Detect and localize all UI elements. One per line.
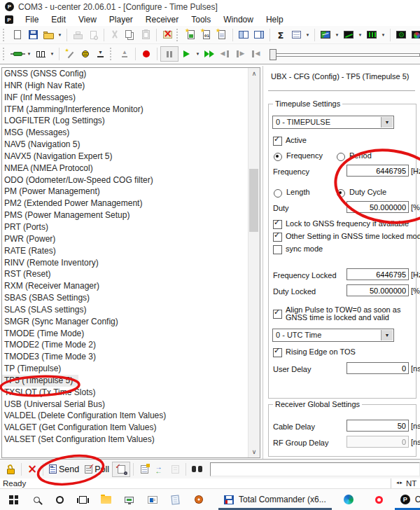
news-app-button[interactable] bbox=[141, 489, 164, 510]
menu-window[interactable]: Window bbox=[217, 14, 260, 25]
jump-start-button[interactable] bbox=[248, 47, 263, 61]
record-button[interactable] bbox=[139, 47, 154, 61]
list-item[interactable]: NAVX5 (Navigation Expert 5) bbox=[2, 151, 260, 163]
chart-view-dropdown[interactable] bbox=[356, 29, 364, 41]
print-button[interactable] bbox=[70, 28, 85, 42]
chart-view-button[interactable] bbox=[341, 28, 356, 42]
debug-button[interactable] bbox=[78, 47, 93, 61]
autobaud-button[interactable] bbox=[62, 47, 78, 61]
list-item[interactable]: RST (Reset) bbox=[2, 268, 260, 280]
find-button[interactable] bbox=[189, 462, 204, 476]
cortana-button[interactable] bbox=[48, 489, 71, 510]
cable-delay-input[interactable]: 50 bbox=[346, 420, 409, 432]
connect-button[interactable] bbox=[10, 47, 25, 61]
send-button[interactable]: Send bbox=[46, 462, 82, 477]
total-commander-taskbar-button[interactable]: Total Commander (x6... bbox=[218, 489, 332, 510]
menu-receiver[interactable]: Receiver bbox=[139, 14, 185, 25]
child-window-icon[interactable]: P bbox=[5, 15, 13, 24]
list-item[interactable]: SMGR (Sync Manager Config) bbox=[2, 316, 260, 328]
scrollbar-thumb[interactable] bbox=[249, 169, 258, 232]
menu-edit[interactable]: Edit bbox=[45, 14, 72, 25]
list-item[interactable]: ODO (Odometer/Low-Speed COG filter) bbox=[2, 174, 260, 186]
monitor-app-button[interactable] bbox=[118, 489, 141, 510]
taskbar-search-button[interactable] bbox=[25, 489, 48, 510]
menu-help[interactable]: Help bbox=[260, 14, 290, 25]
list-item[interactable]: PRT (Ports) bbox=[2, 221, 260, 233]
edge-browser-button[interactable] bbox=[337, 489, 360, 510]
frequency-locked-input[interactable]: 6446795 bbox=[346, 268, 409, 280]
list-item[interactable]: TMODE (Time Mode) bbox=[2, 328, 260, 340]
new-table-view-button[interactable] bbox=[214, 28, 230, 42]
list-item[interactable]: TP (Timepulse) bbox=[2, 363, 260, 375]
split-horizontal-button[interactable] bbox=[236, 28, 251, 42]
command-field[interactable] bbox=[210, 462, 420, 476]
map-view-dropdown[interactable] bbox=[333, 29, 341, 41]
deviation-map-button[interactable] bbox=[393, 28, 409, 42]
transfer-button[interactable] bbox=[152, 462, 167, 476]
new-chart-view-button[interactable] bbox=[183, 28, 199, 42]
frequency-input[interactable]: 6446795 bbox=[346, 165, 409, 177]
page-edit-button[interactable] bbox=[136, 462, 152, 476]
new-file-button[interactable] bbox=[10, 28, 25, 42]
timepulse-select[interactable]: 0 - TIMEPULSE bbox=[272, 116, 394, 129]
list-item-selected-tp5[interactable]: TP5 (Timepulse 5) bbox=[2, 375, 78, 387]
sky-view-button[interactable] bbox=[409, 28, 420, 42]
slider-handle[interactable] bbox=[270, 49, 276, 60]
task-view-button[interactable] bbox=[71, 489, 94, 510]
baudrate-button[interactable] bbox=[33, 47, 48, 61]
sync-mode-checkbox[interactable] bbox=[273, 245, 282, 254]
toolbar-grip[interactable] bbox=[110, 48, 114, 60]
active-checkbox[interactable] bbox=[273, 137, 282, 146]
list-item[interactable]: PWR (Power) bbox=[2, 233, 260, 245]
scroll-up-arrow-icon[interactable]: ∧ bbox=[248, 68, 260, 79]
step-back-button[interactable] bbox=[217, 47, 232, 61]
splitter[interactable] bbox=[262, 66, 263, 459]
table-view-button[interactable] bbox=[288, 28, 304, 42]
list-item[interactable]: NAV5 (Navigation 5) bbox=[2, 139, 260, 151]
fast-forward-button[interactable] bbox=[202, 47, 217, 61]
list-item[interactable]: HNR (High Nav Rate) bbox=[2, 80, 260, 92]
clear-messages-button[interactable] bbox=[160, 28, 175, 42]
menu-tools[interactable]: Tools bbox=[185, 14, 217, 25]
rising-edge-checkbox[interactable] bbox=[273, 348, 282, 357]
discard-button[interactable] bbox=[24, 462, 40, 476]
toolbar-grip[interactable] bbox=[3, 48, 7, 60]
open-dropdown[interactable] bbox=[56, 29, 64, 41]
list-item[interactable]: TMODE3 (Time Mode 3) bbox=[2, 351, 260, 363]
eject-button[interactable] bbox=[117, 47, 132, 61]
toolbar-grip[interactable] bbox=[3, 29, 7, 41]
frequency-radio[interactable] bbox=[274, 153, 282, 161]
list-button[interactable] bbox=[167, 462, 183, 476]
lock-gnss-checkbox[interactable] bbox=[273, 220, 282, 229]
duty-input[interactable]: 50.000000 bbox=[346, 201, 409, 213]
list-item[interactable]: USB (Universal Serial Bus) bbox=[2, 399, 260, 411]
statistics-button[interactable] bbox=[273, 28, 288, 42]
length-radio[interactable] bbox=[274, 189, 282, 198]
start-button[interactable] bbox=[2, 489, 25, 510]
list-item[interactable]: TXSLOT (Tx Time Slots) bbox=[2, 387, 260, 399]
settings-orb-button[interactable] bbox=[187, 489, 210, 510]
toolbar-grip[interactable] bbox=[176, 29, 181, 41]
period-radio[interactable] bbox=[337, 153, 345, 161]
opera-browser-button[interactable] bbox=[368, 489, 391, 510]
menu-player[interactable]: Player bbox=[103, 14, 139, 25]
list-item[interactable]: INF (Inf Messages) bbox=[2, 92, 260, 104]
poll-button[interactable]: Poll bbox=[82, 462, 112, 477]
download-button[interactable] bbox=[93, 47, 108, 61]
user-delay-input[interactable]: 0 bbox=[346, 362, 409, 374]
message-list[interactable]: GNSS (GNSS Config) HNR (High Nav Rate) I… bbox=[1, 67, 260, 458]
map-view-button[interactable] bbox=[318, 28, 333, 42]
timegrid-select[interactable]: 0 - UTC Time bbox=[272, 329, 394, 342]
dropdown-arrow-icon[interactable] bbox=[381, 330, 393, 340]
scroll-down-arrow-icon[interactable]: ∨ bbox=[248, 446, 260, 457]
new-histogram-view-button[interactable] bbox=[199, 28, 214, 42]
baudrate-dropdown[interactable] bbox=[48, 48, 56, 60]
list-item[interactable]: SBAS (SBAS Settings) bbox=[2, 292, 260, 304]
duty-locked-input[interactable]: 50.000000 bbox=[346, 284, 409, 296]
split-vertical-button[interactable] bbox=[251, 28, 267, 42]
lock-button[interactable] bbox=[3, 462, 18, 476]
list-item[interactable]: NMEA (NMEA Protocol) bbox=[2, 163, 260, 174]
notepad-app-button[interactable] bbox=[164, 489, 187, 510]
list-item[interactable]: RXM (Receiver Manager) bbox=[2, 280, 260, 292]
other-setting-checkbox[interactable] bbox=[273, 233, 282, 242]
